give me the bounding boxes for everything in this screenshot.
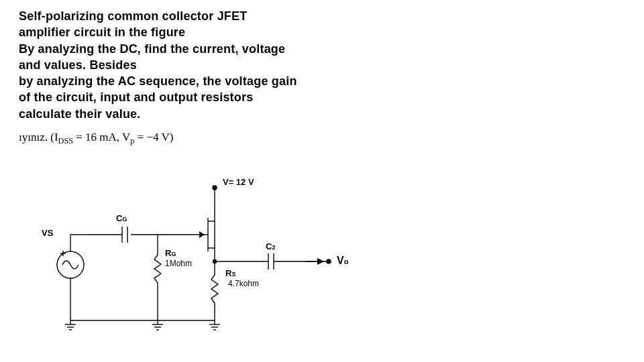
idss-sub: DSS (58, 136, 73, 145)
parameters-line: ıyınız. (IDSS = 16 mA, Vp = −4 V) (19, 131, 174, 146)
line: Self-polarizing common collector JFET (19, 9, 247, 23)
line: of the circuit, input and output resisto… (19, 90, 253, 104)
label-vo: Vo (337, 255, 349, 267)
label-rg-value: 1Mohm (165, 259, 192, 268)
svg-marker-29 (317, 258, 324, 265)
line: by analyzing the AC sequence, the voltag… (19, 74, 297, 88)
label-rg: RG (165, 248, 176, 258)
schematic-svg (40, 174, 416, 349)
line: By analyzing the DC, find the current, v… (19, 42, 285, 56)
label-cg: CG (116, 213, 127, 223)
circuit-diagram: V= 12 V VS CG RG 1Mohm RS 4.7kohm C2 Vo (40, 174, 416, 349)
param-text: ıyınız. (I (19, 131, 58, 143)
page: Self-polarizing common collector JFET am… (0, 0, 644, 362)
svg-point-23 (213, 260, 217, 263)
label-rs-value: 4.7kohm (228, 279, 259, 288)
problem-statement: Self-polarizing common collector JFET am… (19, 8, 421, 122)
param-text: = −4 V) (134, 131, 173, 143)
label-supply: V= 12 V (223, 177, 254, 187)
param-text: = 16 mA, V (73, 131, 130, 143)
label-rs: RS (225, 268, 235, 278)
line: amplifier circuit in the figure (19, 25, 185, 39)
label-vs: VS (42, 228, 53, 238)
label-c2: C2 (266, 241, 275, 251)
line: and values. Besides (19, 58, 137, 72)
svg-point-27 (327, 259, 331, 263)
svg-marker-5 (199, 231, 205, 238)
line: calculate their value. (19, 107, 140, 121)
